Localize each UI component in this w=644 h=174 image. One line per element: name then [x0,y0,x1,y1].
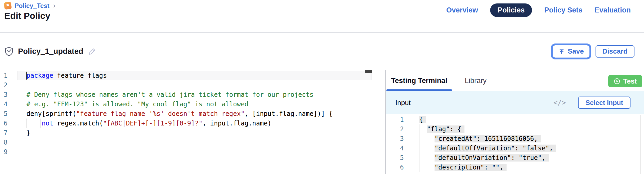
toolbar-actions: Save Discard [551,33,634,70]
breadcrumb-project-link[interactable]: Policy_Test [15,2,50,10]
input-scrollbar-track[interactable] [640,115,641,174]
editor-lines: 1package feature_flags23# Deny flags who… [0,71,372,157]
line-number: 6 [4,119,7,128]
page-header: ⚑ Policy_Test › Edit Policy OverviewPoli… [0,0,644,32]
input-line-4[interactable]: 4 "defaultOffVariation": "false", [386,143,644,153]
save-button[interactable]: Save [553,46,589,57]
line-number: 4 [4,99,7,109]
chevron-right-icon: › [53,2,56,10]
line-number: 1 [393,115,404,124]
line-number: 5 [4,109,7,119]
code-text: # Deny flags whose names aren't a valid … [26,90,314,99]
policy-editor-screen: ⚑ Policy_Test › Edit Policy OverviewPoli… [0,0,644,174]
save-button-focus-ring: Save [551,44,591,59]
editor-line-3[interactable]: 3# Deny flags whose names aren't a valid… [0,90,372,99]
input-label: Input [395,91,411,114]
panel-tabs-row: Testing TerminalLibrary Test [386,70,644,91]
editor-line-9[interactable]: 9 [0,147,372,157]
code-view-icon[interactable]: </> [553,91,566,114]
line-number: 4 [393,143,404,153]
input-line-5[interactable]: 5 "defaultOnVariation": "true", [386,153,644,163]
shield-check-icon [5,47,13,56]
upload-icon [558,48,565,55]
code-text: "defaultOnVariation": "true", [419,153,549,163]
nav-item-evaluation[interactable]: Evaluation [594,6,631,14]
input-line-2[interactable]: 2 "flag": { [386,124,644,134]
line-number: 6 [393,163,404,172]
code-text: "defaultOffVariation": "false", [419,143,556,153]
nav-item-overview[interactable]: Overview [446,6,478,14]
text-cursor [26,72,27,80]
line-number: 9 [4,147,7,157]
line-number: 3 [393,134,404,143]
select-input-button[interactable]: Select Input [578,97,630,109]
editor-line-7[interactable]: 7} [0,128,372,138]
nav-item-policies[interactable]: Policies [490,3,532,17]
editor-line-4[interactable]: 4# e.g. "FFM-123" is allowed. "My cool f… [0,99,372,109]
line-number: 2 [393,124,404,134]
code-text: } [26,128,30,138]
policy-identity: Policy_1_updated [5,33,96,70]
line-number: 1 [4,71,7,80]
code-text: package feature_flags [26,71,107,80]
line-number: 7 [4,128,7,138]
testing-panel: Testing TerminalLibrary Test Input </> S… [386,70,644,174]
editor-scrollbar-thumb[interactable] [365,70,372,73]
line-number: 8 [4,138,7,147]
input-line-6[interactable]: 6 "description": "", [386,163,644,172]
input-header-bar: Input </> Select Input [386,91,644,114]
line-number: 2 [4,80,7,90]
code-text: { [419,115,426,124]
rego-code-editor[interactable]: 1package feature_flags23# Deny flags who… [0,70,372,174]
breadcrumb: ⚑ Policy_Test › [4,2,55,10]
line-number: 3 [4,90,7,99]
test-button-label: Test [623,77,637,85]
editor-line-2[interactable]: 2 [0,80,372,90]
editor-line-6[interactable]: 6 not regex.match("[ABC|DEF]+[-][1-9][0-… [0,119,372,128]
editor-line-5[interactable]: 5deny[sprintf("feature flag name '%s' do… [0,109,372,119]
input-line-1[interactable]: 1{ [386,115,644,124]
tab-library[interactable]: Library [460,70,491,91]
line-number: 5 [393,153,404,163]
nav-item-policy-sets[interactable]: Policy Sets [544,6,582,14]
save-button-label: Save [568,47,584,55]
module-nav: OverviewPoliciesPolicy SetsEvaluation [446,3,631,18]
test-button[interactable]: Test [608,75,642,87]
edit-pencil-icon[interactable] [88,47,96,55]
input-json-lines[interactable]: 1{2 "flag": {3 "createdAt": 165116081605… [386,115,644,172]
panel-tabs: Testing TerminalLibrary [386,70,491,91]
policy-name: Policy_1_updated [18,47,83,56]
code-text: deny[sprintf("feature flag name '%s' doe… [26,109,333,119]
play-icon [614,78,620,85]
code-text: "createdAt": 1651160816056, [419,134,541,143]
editor-line-8[interactable]: 8 [0,138,372,147]
code-text: # e.g. "FFM-123" is allowed. "My cool fl… [26,99,248,109]
feature-flags-module-icon: ⚑ [4,2,12,10]
editor-scrollbar-track[interactable] [365,70,365,174]
page-title: Edit Policy [4,11,50,21]
discard-button[interactable]: Discard [596,45,634,58]
input-line-3[interactable]: 3 "createdAt": 1651160816056, [386,134,644,143]
code-text: "description": "", [419,163,507,172]
code-text: "flag": { [419,124,464,134]
editor-line-1[interactable]: 1package feature_flags [0,71,372,80]
policy-toolbar: Policy_1_updated Save Dis [0,33,644,70]
code-text: not regex.match("[ABC|DEF]+[-][1-9][0-9]… [26,119,271,128]
tab-testing-terminal[interactable]: Testing Terminal [386,70,452,91]
